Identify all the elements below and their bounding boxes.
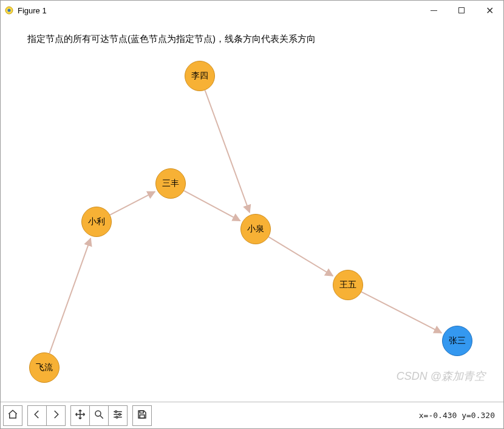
graph-edge bbox=[268, 237, 333, 276]
graph-edge bbox=[49, 238, 90, 353]
home-icon bbox=[7, 409, 18, 422]
zoom-button[interactable] bbox=[89, 405, 109, 426]
save-button[interactable] bbox=[132, 405, 152, 426]
mpl-toolbar: x=-0.430 y=0.320 bbox=[1, 402, 503, 428]
svg-point-8 bbox=[119, 414, 121, 416]
titlebar: Figure 1 ✕ bbox=[1, 1, 503, 20]
graph-node: 小利 bbox=[81, 207, 112, 237]
edges-layer bbox=[1, 20, 503, 402]
graph-edge bbox=[361, 292, 441, 332]
arrow-left-icon bbox=[32, 409, 43, 422]
minimize-button[interactable] bbox=[420, 1, 448, 19]
home-button[interactable] bbox=[3, 405, 22, 426]
close-button[interactable]: ✕ bbox=[475, 1, 503, 19]
save-icon bbox=[137, 409, 148, 422]
window-title: Figure 1 bbox=[18, 6, 47, 15]
move-icon bbox=[75, 409, 86, 422]
zoom-icon bbox=[94, 409, 104, 422]
pan-button[interactable] bbox=[70, 405, 90, 426]
back-button[interactable] bbox=[27, 405, 47, 426]
svg-rect-11 bbox=[140, 415, 145, 418]
app-icon bbox=[4, 5, 14, 15]
window-buttons: ✕ bbox=[420, 1, 503, 19]
graph-edge bbox=[110, 191, 155, 214]
graph-node: 张三 bbox=[442, 326, 472, 356]
graph-node: 李四 bbox=[185, 61, 215, 91]
graph-edge bbox=[184, 191, 240, 221]
subplots-button[interactable] bbox=[108, 405, 128, 426]
svg-point-9 bbox=[116, 416, 118, 418]
svg-point-1 bbox=[8, 9, 11, 12]
svg-point-2 bbox=[95, 411, 101, 416]
figure-canvas[interactable]: 指定节点的所有可达节点(蓝色节点为指定节点)，线条方向代表关系方向 李四三丰小利… bbox=[1, 20, 503, 402]
graph-edge bbox=[205, 90, 250, 212]
graph-node: 飞流 bbox=[29, 352, 60, 383]
coord-readout: x=-0.430 y=0.320 bbox=[419, 411, 495, 420]
svg-rect-10 bbox=[140, 411, 143, 413]
graph-node: 王五 bbox=[333, 270, 363, 300]
forward-button[interactable] bbox=[46, 405, 66, 426]
svg-point-7 bbox=[115, 411, 117, 413]
graph-node: 小泉 bbox=[240, 214, 271, 244]
graph-node: 三丰 bbox=[155, 168, 186, 199]
sliders-icon bbox=[112, 409, 123, 422]
arrow-right-icon bbox=[50, 409, 61, 422]
svg-line-3 bbox=[100, 416, 103, 419]
maximize-button[interactable] bbox=[448, 1, 475, 19]
